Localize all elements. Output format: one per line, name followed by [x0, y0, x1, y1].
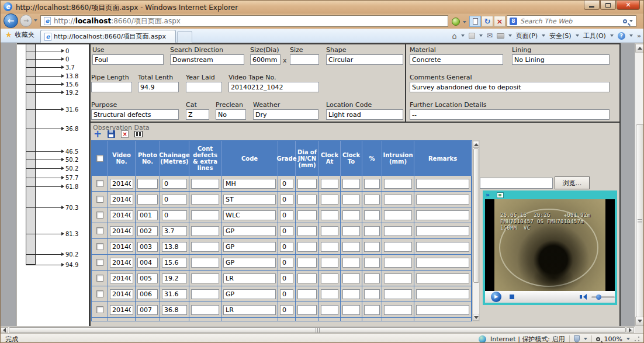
shape-input[interactable]	[326, 54, 403, 65]
cell-cont-input[interactable]	[191, 179, 219, 189]
page-scroll-left-icon[interactable]	[1, 327, 8, 333]
row-checkbox[interactable]	[96, 180, 103, 187]
cell-remarks-input[interactable]	[416, 258, 469, 268]
volume-slider[interactable]	[591, 296, 615, 298]
history-dropdown-icon[interactable]	[34, 19, 37, 22]
cell-grade-input[interactable]	[280, 321, 293, 322]
cell-grade-input[interactable]	[280, 195, 293, 205]
menu-security[interactable]: 安全(S)	[549, 32, 572, 40]
search-dropdown-icon[interactable]	[629, 20, 633, 22]
volume-knob[interactable]	[596, 295, 601, 300]
cell-clock_at-input[interactable]	[321, 258, 338, 268]
cell-remarks-input[interactable]	[416, 179, 469, 189]
page-scroll-up-icon[interactable]	[635, 44, 644, 53]
cell-clock_at-input[interactable]	[321, 179, 338, 189]
row-checkbox[interactable]	[96, 196, 103, 203]
cell-chainage-input[interactable]	[162, 210, 187, 220]
cell-code-input[interactable]	[223, 273, 276, 283]
page-horizontal-scrollbar[interactable]	[1, 326, 635, 333]
cell-cont-input[interactable]	[191, 258, 219, 268]
row-checkbox[interactable]	[96, 290, 103, 297]
cell-remarks-input[interactable]	[416, 242, 469, 252]
cell-code-input[interactable]	[223, 305, 276, 315]
cell-code-input[interactable]	[223, 179, 276, 189]
cell-video-input[interactable]	[110, 179, 133, 189]
cell-chainage-input[interactable]	[162, 179, 187, 189]
cell-clock_to-input[interactable]	[342, 321, 360, 322]
cell-video-input[interactable]	[110, 226, 133, 236]
cell-intrusion-input[interactable]	[384, 195, 412, 205]
cell-clock_to-input[interactable]	[342, 226, 360, 236]
cell-video-input[interactable]	[110, 258, 133, 268]
cell-clock_to-input[interactable]	[342, 210, 360, 220]
cell-intrusion-input[interactable]	[384, 226, 412, 236]
row-checkbox[interactable]	[96, 212, 103, 219]
cell-video-input[interactable]	[110, 321, 133, 322]
forward-button[interactable]: →	[20, 15, 32, 27]
cell-video-input[interactable]	[110, 242, 133, 252]
feed-dropdown-icon[interactable]	[479, 34, 483, 37]
cell-cont-input[interactable]	[191, 195, 219, 205]
cell-pct-input[interactable]	[364, 258, 380, 268]
lining-input[interactable]	[512, 54, 610, 65]
cell-remarks-input[interactable]	[416, 226, 469, 236]
purpose-input[interactable]	[91, 109, 179, 120]
cell-chainage-input[interactable]	[162, 242, 187, 252]
preclean-input[interactable]	[216, 109, 246, 120]
menu-page[interactable]: 页面(P)	[516, 32, 538, 40]
cell-clock_to-input[interactable]	[342, 273, 360, 283]
cell-cont-input[interactable]	[191, 305, 219, 315]
cell-pct-input[interactable]	[364, 305, 380, 315]
page-vertical-scrollbar[interactable]	[635, 43, 644, 326]
cell-grade-input[interactable]	[280, 210, 293, 220]
cell-photo-input[interactable]	[137, 273, 158, 283]
cell-pct-input[interactable]	[364, 273, 380, 283]
use-input[interactable]	[92, 54, 164, 65]
cell-chainage-input[interactable]	[162, 321, 187, 322]
search-input[interactable]: 8 Search The Web	[507, 15, 636, 27]
cell-video-input[interactable]	[110, 289, 133, 299]
cell-remarks-input[interactable]	[416, 195, 469, 205]
stop-button[interactable]: ×	[494, 16, 505, 27]
cell-remarks-input[interactable]	[416, 321, 469, 322]
back-button[interactable]: ←	[4, 13, 18, 28]
cell-clock_at-input[interactable]	[321, 321, 338, 322]
scroll-up-icon[interactable]	[473, 141, 479, 148]
cell-intrusion-input[interactable]	[384, 321, 412, 322]
suggested-sites-icon[interactable]	[452, 18, 460, 26]
zoom-icon[interactable]	[596, 337, 600, 341]
protection-icon[interactable]	[574, 335, 580, 342]
cell-clock_to-input[interactable]	[342, 258, 360, 268]
cell-clock_at-input[interactable]	[321, 210, 338, 220]
cell-intrusion-input[interactable]	[384, 210, 412, 220]
cell-dia-input[interactable]	[297, 305, 317, 315]
comments-general-input[interactable]	[410, 82, 610, 92]
cell-grade-input[interactable]	[280, 305, 293, 315]
cell-pct-input[interactable]	[364, 195, 380, 205]
horizontal-scrollbar-thumb[interactable]	[9, 327, 626, 333]
print-icon[interactable]	[497, 33, 504, 39]
cell-clock_at-input[interactable]	[321, 305, 338, 315]
cell-clock_at-input[interactable]	[321, 195, 338, 205]
cell-photo-input[interactable]	[137, 226, 158, 236]
cell-chainage-input[interactable]	[162, 289, 187, 299]
player-expand-icon[interactable]: »	[486, 191, 490, 199]
cell-pct-input[interactable]	[364, 210, 380, 220]
cell-code-input[interactable]	[223, 226, 276, 236]
volume-icon[interactable]	[580, 294, 587, 300]
row-checkbox[interactable]	[96, 275, 103, 282]
cell-grade-input[interactable]	[280, 179, 293, 189]
cell-cont-input[interactable]	[191, 242, 219, 252]
cell-cont-input[interactable]	[191, 321, 219, 322]
cell-video-input[interactable]	[110, 195, 133, 205]
cell-cont-input[interactable]	[191, 273, 219, 283]
cell-grade-input[interactable]	[280, 242, 293, 252]
cell-chainage-input[interactable]	[162, 273, 187, 283]
cell-intrusion-input[interactable]	[384, 179, 412, 189]
cell-pct-input[interactable]	[364, 226, 380, 236]
cell-video-input[interactable]	[110, 273, 133, 283]
row-checkbox[interactable]	[96, 227, 103, 234]
minimize-button[interactable]	[584, 1, 600, 10]
save-button[interactable]	[108, 130, 115, 138]
cell-photo-input[interactable]	[137, 179, 158, 189]
